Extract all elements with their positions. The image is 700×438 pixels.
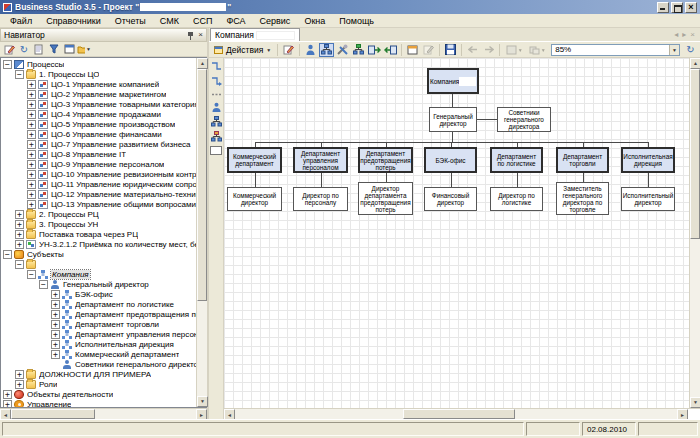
menu-справочники[interactable]: Справочники [39, 16, 108, 26]
position-icon[interactable] [303, 43, 318, 57]
org-unit-shape-icon[interactable] [211, 116, 222, 127]
actions-button[interactable]: Действия ▼ [211, 43, 274, 57]
open-dropdown-icon[interactable]: ▼ [77, 43, 91, 56]
tree-item[interactable]: − [1, 259, 196, 269]
close-button[interactable]: × [685, 2, 697, 13]
close-panel-icon[interactable]: × [198, 31, 203, 39]
pin-icon[interactable] [187, 31, 194, 40]
expand-icon[interactable]: + [27, 140, 36, 149]
org-node-position[interactable]: Заместитель генерального директора по то… [556, 182, 609, 215]
menu-фса[interactable]: ФСА [219, 16, 252, 26]
collapse-icon[interactable]: − [15, 260, 24, 269]
collapse-icon[interactable]: − [39, 280, 48, 289]
filter-icon[interactable] [47, 43, 61, 56]
expand-icon[interactable]: + [27, 110, 36, 119]
tree-item-департамент[interactable]: +Департамент управления персоналом [1, 329, 196, 339]
tree-vertical-scrollbar[interactable]: ▲ ▼ [196, 58, 207, 407]
tree-item-объекты[interactable]: +Объекты деятельности [1, 389, 196, 399]
menu-помощь[interactable]: Помощь [332, 16, 381, 26]
tree-item-цо-4[interactable]: +ЦО-4 Управление продажами [1, 109, 196, 119]
tree-item-цо-12[interactable]: +ЦО-12 Управление материально-технически… [1, 189, 196, 199]
tree-item-исполнительная[interactable]: +Исполнительная дирекция [1, 339, 196, 349]
menu-ссп[interactable]: ССП [186, 16, 219, 26]
tree-item-цо-6[interactable]: +ЦО-6 Управление финансами [1, 129, 196, 139]
expand-icon[interactable]: + [27, 150, 36, 159]
connector-arrow-icon[interactable] [211, 76, 222, 87]
tree-item-2.[interactable]: +2. Процессы РЦ [1, 209, 196, 219]
tree-item-цо-2[interactable]: +ЦО-2 Управление маркетингом [1, 89, 196, 99]
org-node-position[interactable]: Директор по логистике [490, 187, 543, 211]
tab-scroll-left-icon[interactable]: ◂ [674, 30, 678, 39]
org-node-department[interactable]: Департамент по логистике [490, 147, 543, 173]
org-node-department[interactable]: Коммерческий департамент [227, 147, 282, 173]
org-node-general-director[interactable]: Генеральный директор [429, 107, 477, 132]
edit-icon[interactable] [2, 43, 16, 56]
expand-icon[interactable]: + [3, 400, 12, 408]
tools-icon[interactable] [335, 43, 350, 57]
tree-item-должности[interactable]: +ДОЛЖНОСТИ ДЛЯ ПРИМЕРА [1, 369, 196, 379]
back-icon[interactable] [465, 43, 480, 57]
tree-item-роли[interactable]: +Роли [1, 379, 196, 389]
window-icon[interactable] [62, 43, 76, 56]
save-icon[interactable] [443, 43, 458, 57]
collapse-icon[interactable]: − [27, 270, 36, 279]
expand-icon[interactable]: + [27, 200, 36, 209]
tree-item-бэк-офис[interactable]: +БЭК-офис [1, 289, 196, 299]
org-node-department[interactable]: Департамент управления персоналом [293, 147, 348, 173]
collapse-icon[interactable]: − [15, 70, 24, 79]
dashed-connector-icon[interactable] [211, 91, 222, 98]
scroll-down-icon[interactable]: ▼ [197, 396, 208, 407]
menu-отчеты[interactable]: Отчеты [108, 16, 153, 26]
tree-item-1.[interactable]: −1. Процессы ЦО [1, 69, 196, 79]
tree-item-генеральный[interactable]: −Генеральный директор [1, 279, 196, 289]
org-node-position[interactable]: Коммерческий директор [227, 187, 282, 211]
maximize-button[interactable] [671, 2, 683, 13]
tree-item-цо-13[interactable]: +ЦО-13 Управление общими вопросами [1, 199, 196, 209]
org-unit-alt-shape-icon[interactable] [211, 131, 222, 142]
org-node-department[interactable]: Департамент торговли [556, 147, 609, 173]
org-node-department[interactable]: Исполнительная дирекция [621, 147, 675, 173]
expand-icon[interactable]: + [51, 340, 60, 349]
refresh-icon[interactable]: ↻ [683, 43, 698, 57]
rectangle-shape-icon[interactable] [210, 146, 222, 155]
tree-item-цо-10[interactable]: +ЦО-10 Управление ревизионным контролем [1, 169, 196, 179]
org-node-position[interactable]: Директор департамента предотвращения пот… [358, 182, 413, 215]
tree-item-управление[interactable]: +Управление [1, 399, 196, 407]
scroll-up-icon[interactable]: ▲ [197, 58, 208, 69]
tab-close-icon[interactable]: × [690, 30, 695, 39]
expand-icon[interactable]: + [15, 210, 24, 219]
tree-item-советники[interactable]: Советники генерального директора [1, 359, 196, 369]
expand-icon[interactable]: + [15, 380, 24, 389]
tree-horizontal-scrollbar[interactable]: ◄ ► [0, 408, 207, 419]
tree-item-департамент[interactable]: +Департамент торговли [1, 319, 196, 329]
expand-icon[interactable]: + [27, 130, 36, 139]
menu-окна[interactable]: Окна [297, 16, 332, 26]
expand-icon[interactable]: + [15, 220, 24, 229]
expand-icon[interactable]: + [51, 290, 60, 299]
scroll-up-icon[interactable]: ▲ [690, 58, 700, 69]
scroll-thumb[interactable] [403, 409, 515, 419]
expand-icon[interactable]: + [51, 320, 60, 329]
layout-dropdown-icon[interactable]: ▼ [503, 43, 525, 57]
expand-icon[interactable]: + [15, 230, 24, 239]
tree-item-цо-9[interactable]: +ЦО-9 Управление персоналом [1, 159, 196, 169]
forward-icon[interactable] [481, 43, 496, 57]
align-dropdown-icon[interactable]: ▼ [526, 43, 548, 57]
expand-icon[interactable]: + [51, 350, 60, 359]
tree-item-цо-7[interactable]: +ЦО-7 Управление развитием бизнеса [1, 139, 196, 149]
export-icon[interactable] [367, 43, 382, 57]
tree-item-цо-8[interactable]: +ЦО-8 Управление IT [1, 149, 196, 159]
expand-icon[interactable]: + [15, 240, 24, 249]
tree-item-компания[interactable]: −Компания [1, 269, 196, 279]
tree-item-департамент[interactable]: +Департамент по логистике [1, 299, 196, 309]
tree-item-субъекты[interactable]: −Субъекты [1, 249, 196, 259]
menu-файл[interactable]: Файл [3, 16, 39, 26]
tree-item-цо-11[interactable]: +ЦО-11 Управление юридическим сопровожде… [1, 179, 196, 189]
edit-icon[interactable] [281, 43, 296, 57]
diagram-canvas[interactable]: КомпанияГенеральный директорСоветники ге… [224, 58, 689, 408]
zoom-dropdown-icon[interactable]: ▼ [669, 45, 679, 55]
scroll-thumb[interactable] [197, 69, 207, 301]
tree-item-3.[interactable]: +3. Процессы УН [1, 219, 196, 229]
expand-icon[interactable]: + [51, 300, 60, 309]
tree-item-департамент[interactable]: +Департамент предотвращения потерь [1, 309, 196, 319]
